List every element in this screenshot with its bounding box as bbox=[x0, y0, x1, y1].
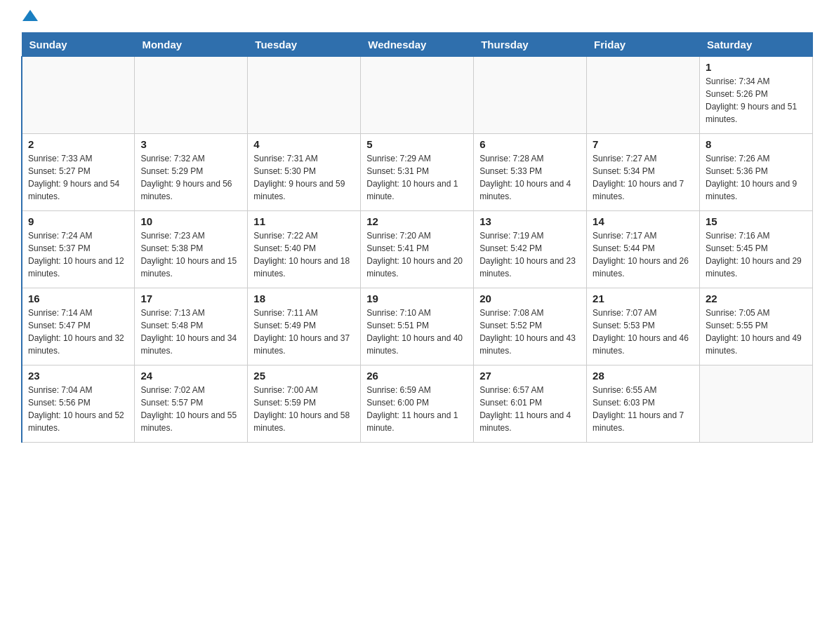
day-number: 14 bbox=[593, 215, 694, 227]
calendar-cell: 2Sunrise: 7:33 AMSunset: 5:27 PMDaylight… bbox=[22, 134, 135, 211]
calendar-cell: 4Sunrise: 7:31 AMSunset: 5:30 PMDaylight… bbox=[248, 134, 361, 211]
day-number: 25 bbox=[253, 370, 355, 382]
day-info: Sunrise: 7:05 AMSunset: 5:55 PMDaylight:… bbox=[706, 307, 807, 357]
day-number: 22 bbox=[706, 293, 807, 304]
calendar-week-1: 1Sunrise: 7:34 AMSunset: 5:26 PMDaylight… bbox=[22, 57, 813, 134]
day-number: 6 bbox=[479, 138, 581, 150]
calendar-cell: 7Sunrise: 7:27 AMSunset: 5:34 PMDaylight… bbox=[587, 134, 700, 211]
day-number: 12 bbox=[366, 215, 468, 227]
day-number: 21 bbox=[593, 293, 694, 304]
day-number: 26 bbox=[366, 370, 468, 382]
calendar-cell: 27Sunrise: 6:57 AMSunset: 6:01 PMDayligh… bbox=[474, 365, 587, 443]
day-info: Sunrise: 7:34 AMSunset: 5:26 PMDaylight:… bbox=[706, 75, 807, 126]
weekday-header-sunday: Sunday bbox=[22, 33, 135, 57]
calendar-cell: 13Sunrise: 7:19 AMSunset: 5:42 PMDayligh… bbox=[474, 211, 587, 288]
day-info: Sunrise: 7:14 AMSunset: 5:47 PMDaylight:… bbox=[28, 307, 128, 357]
weekday-header-saturday: Saturday bbox=[700, 33, 813, 57]
day-number: 17 bbox=[140, 293, 241, 304]
day-info: Sunrise: 7:17 AMSunset: 5:44 PMDaylight:… bbox=[593, 229, 694, 280]
day-number: 9 bbox=[28, 215, 128, 227]
day-info: Sunrise: 7:19 AMSunset: 5:42 PMDaylight:… bbox=[479, 229, 581, 280]
day-number: 20 bbox=[479, 293, 581, 304]
calendar-cell: 28Sunrise: 6:55 AMSunset: 6:03 PMDayligh… bbox=[587, 365, 700, 443]
day-number: 10 bbox=[140, 215, 241, 227]
calendar-week-5: 23Sunrise: 7:04 AMSunset: 5:56 PMDayligh… bbox=[22, 365, 813, 443]
calendar-table: SundayMondayTuesdayWednesdayThursdayFrid… bbox=[21, 32, 813, 443]
day-number: 16 bbox=[28, 293, 128, 304]
day-info: Sunrise: 7:28 AMSunset: 5:33 PMDaylight:… bbox=[479, 152, 581, 203]
day-info: Sunrise: 7:22 AMSunset: 5:40 PMDaylight:… bbox=[253, 229, 355, 280]
day-number: 24 bbox=[140, 370, 241, 382]
calendar-cell: 16Sunrise: 7:14 AMSunset: 5:47 PMDayligh… bbox=[22, 288, 135, 365]
day-info: Sunrise: 7:29 AMSunset: 5:31 PMDaylight:… bbox=[366, 152, 468, 203]
calendar-cell: 5Sunrise: 7:29 AMSunset: 5:31 PMDaylight… bbox=[361, 134, 474, 211]
day-number: 1 bbox=[706, 61, 807, 73]
calendar-cell: 12Sunrise: 7:20 AMSunset: 5:41 PMDayligh… bbox=[361, 211, 474, 288]
day-number: 23 bbox=[28, 370, 128, 382]
weekday-header-wednesday: Wednesday bbox=[361, 33, 474, 57]
calendar-cell: 25Sunrise: 7:00 AMSunset: 5:59 PMDayligh… bbox=[248, 365, 361, 443]
logo-triangle-icon bbox=[22, 8, 38, 25]
day-info: Sunrise: 7:27 AMSunset: 5:34 PMDaylight:… bbox=[593, 152, 694, 203]
calendar-cell: 6Sunrise: 7:28 AMSunset: 5:33 PMDaylight… bbox=[474, 134, 587, 211]
calendar-cell: 23Sunrise: 7:04 AMSunset: 5:56 PMDayligh… bbox=[22, 365, 135, 443]
calendar-cell: 26Sunrise: 6:59 AMSunset: 6:00 PMDayligh… bbox=[361, 365, 474, 443]
weekday-header-monday: Monday bbox=[135, 33, 248, 57]
day-info: Sunrise: 7:23 AMSunset: 5:38 PMDaylight:… bbox=[140, 229, 241, 280]
svg-marker-0 bbox=[22, 10, 38, 21]
day-info: Sunrise: 7:07 AMSunset: 5:53 PMDaylight:… bbox=[593, 307, 694, 357]
day-info: Sunrise: 7:08 AMSunset: 5:52 PMDaylight:… bbox=[479, 307, 581, 357]
day-number: 3 bbox=[140, 138, 241, 150]
calendar-cell: 10Sunrise: 7:23 AMSunset: 5:38 PMDayligh… bbox=[135, 211, 248, 288]
calendar-cell: 1Sunrise: 7:34 AMSunset: 5:26 PMDaylight… bbox=[700, 57, 813, 134]
calendar-cell: 19Sunrise: 7:10 AMSunset: 5:51 PMDayligh… bbox=[361, 288, 474, 365]
day-number: 8 bbox=[706, 138, 807, 150]
day-info: Sunrise: 6:57 AMSunset: 6:01 PMDaylight:… bbox=[479, 384, 581, 434]
calendar-cell: 8Sunrise: 7:26 AMSunset: 5:36 PMDaylight… bbox=[700, 134, 813, 211]
weekday-header-thursday: Thursday bbox=[474, 33, 587, 57]
weekday-header-tuesday: Tuesday bbox=[248, 33, 361, 57]
calendar-cell: 3Sunrise: 7:32 AMSunset: 5:29 PMDaylight… bbox=[135, 134, 248, 211]
calendar-cell bbox=[135, 57, 248, 134]
page-header bbox=[21, 14, 813, 25]
day-number: 2 bbox=[28, 138, 128, 150]
day-info: Sunrise: 7:24 AMSunset: 5:37 PMDaylight:… bbox=[28, 229, 128, 280]
day-number: 5 bbox=[366, 138, 468, 150]
calendar-week-2: 2Sunrise: 7:33 AMSunset: 5:27 PMDaylight… bbox=[22, 134, 813, 211]
day-number: 19 bbox=[366, 293, 468, 304]
day-info: Sunrise: 7:32 AMSunset: 5:29 PMDaylight:… bbox=[140, 152, 241, 203]
calendar-cell: 9Sunrise: 7:24 AMSunset: 5:37 PMDaylight… bbox=[22, 211, 135, 288]
calendar-cell bbox=[474, 57, 587, 134]
calendar-week-4: 16Sunrise: 7:14 AMSunset: 5:47 PMDayligh… bbox=[22, 288, 813, 365]
day-info: Sunrise: 7:20 AMSunset: 5:41 PMDaylight:… bbox=[366, 229, 468, 280]
weekday-header-friday: Friday bbox=[587, 33, 700, 57]
calendar-cell bbox=[700, 365, 813, 443]
day-info: Sunrise: 7:02 AMSunset: 5:57 PMDaylight:… bbox=[140, 384, 241, 434]
calendar-cell: 11Sunrise: 7:22 AMSunset: 5:40 PMDayligh… bbox=[248, 211, 361, 288]
calendar-cell bbox=[22, 57, 135, 134]
day-info: Sunrise: 7:00 AMSunset: 5:59 PMDaylight:… bbox=[253, 384, 355, 434]
day-info: Sunrise: 7:10 AMSunset: 5:51 PMDaylight:… bbox=[366, 307, 468, 357]
day-number: 18 bbox=[253, 293, 355, 304]
calendar-cell: 14Sunrise: 7:17 AMSunset: 5:44 PMDayligh… bbox=[587, 211, 700, 288]
day-number: 11 bbox=[253, 215, 355, 227]
day-number: 15 bbox=[706, 215, 807, 227]
calendar-cell: 21Sunrise: 7:07 AMSunset: 5:53 PMDayligh… bbox=[587, 288, 700, 365]
day-info: Sunrise: 7:13 AMSunset: 5:48 PMDaylight:… bbox=[140, 307, 241, 357]
day-number: 28 bbox=[593, 370, 694, 382]
calendar-cell: 15Sunrise: 7:16 AMSunset: 5:45 PMDayligh… bbox=[700, 211, 813, 288]
day-info: Sunrise: 7:26 AMSunset: 5:36 PMDaylight:… bbox=[706, 152, 807, 203]
calendar-cell: 17Sunrise: 7:13 AMSunset: 5:48 PMDayligh… bbox=[135, 288, 248, 365]
day-info: Sunrise: 7:16 AMSunset: 5:45 PMDaylight:… bbox=[706, 229, 807, 280]
day-info: Sunrise: 6:55 AMSunset: 6:03 PMDaylight:… bbox=[593, 384, 694, 434]
calendar-cell: 18Sunrise: 7:11 AMSunset: 5:49 PMDayligh… bbox=[248, 288, 361, 365]
calendar-cell: 22Sunrise: 7:05 AMSunset: 5:55 PMDayligh… bbox=[700, 288, 813, 365]
day-info: Sunrise: 7:04 AMSunset: 5:56 PMDaylight:… bbox=[28, 384, 128, 434]
day-info: Sunrise: 7:11 AMSunset: 5:49 PMDaylight:… bbox=[253, 307, 355, 357]
day-info: Sunrise: 7:31 AMSunset: 5:30 PMDaylight:… bbox=[253, 152, 355, 203]
calendar-cell: 20Sunrise: 7:08 AMSunset: 5:52 PMDayligh… bbox=[474, 288, 587, 365]
logo bbox=[21, 14, 38, 25]
day-number: 27 bbox=[479, 370, 581, 382]
day-info: Sunrise: 6:59 AMSunset: 6:00 PMDaylight:… bbox=[366, 384, 468, 434]
day-info: Sunrise: 7:33 AMSunset: 5:27 PMDaylight:… bbox=[28, 152, 128, 203]
